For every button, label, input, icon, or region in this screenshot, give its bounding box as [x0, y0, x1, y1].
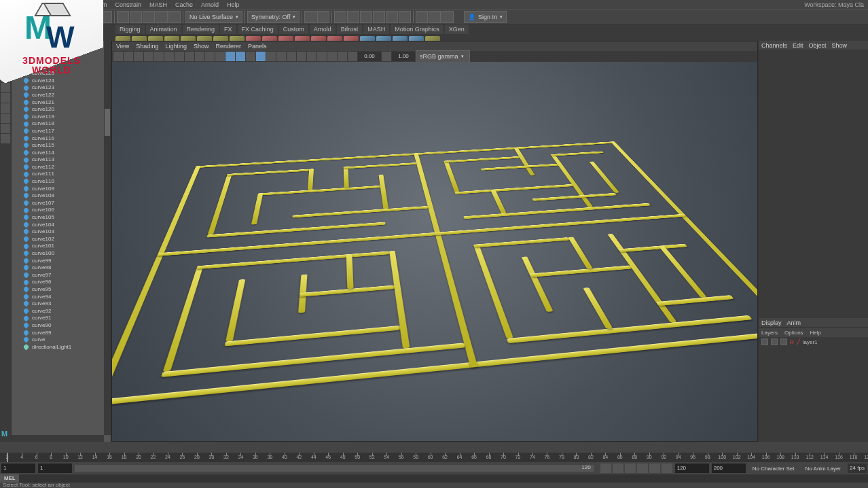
vp-2d-pan-icon[interactable] [154, 52, 164, 61]
vp-xray-joints-icon[interactable] [287, 52, 296, 61]
vp-lights-icon[interactable] [246, 52, 255, 61]
outliner-item[interactable]: curve92 [12, 307, 104, 315]
menu-item[interactable]: Arnold [201, 1, 219, 8]
vp-colorspace-dropdown[interactable]: sRGB gamma [416, 50, 470, 63]
step-forward-icon[interactable] [649, 464, 660, 473]
outliner-item[interactable]: curve104 [12, 221, 104, 228]
vp-menu-item[interactable]: View [116, 43, 129, 50]
range-slider[interactable] [75, 465, 594, 472]
range-start-inner-field[interactable]: 1 [38, 464, 72, 473]
outliner-item[interactable]: curve102 [12, 235, 104, 243]
outliner-item[interactable]: curve97 [12, 271, 104, 279]
layer-visibility-toggle[interactable] [761, 338, 768, 345]
outliner-item[interactable]: curve94 [12, 293, 104, 300]
play-forward-icon[interactable] [637, 464, 648, 473]
shelf-tab[interactable]: FX [220, 24, 236, 34]
shelf-tab[interactable]: XGen [445, 24, 469, 34]
outliner-item[interactable]: curve118 [12, 120, 104, 128]
vp-gate-mask-icon[interactable] [205, 52, 215, 61]
menu-item[interactable]: Help [227, 1, 240, 8]
cbx-tab[interactable]: Object [809, 42, 827, 49]
cbx-tab[interactable]: Show [832, 42, 848, 49]
vp-isolate-icon[interactable] [266, 52, 276, 61]
outliner-item[interactable]: directionalLight1 [12, 343, 104, 351]
vp-menu-item[interactable]: Lighting [165, 43, 187, 50]
outliner-item[interactable]: curve105 [12, 213, 104, 221]
vp-xray-icon[interactable] [276, 52, 286, 61]
layer-menu-item[interactable]: Help [810, 330, 821, 336]
vp-shaded-icon[interactable] [225, 52, 235, 61]
shelf-tab[interactable]: Bifrost [337, 24, 363, 34]
vp-grid-icon[interactable] [175, 52, 184, 61]
range-slider-handle[interactable] [75, 465, 594, 472]
outliner-item[interactable]: curve93 [12, 300, 104, 307]
vp-aa-icon[interactable] [327, 52, 337, 61]
outliner-item[interactable]: curve100 [12, 249, 104, 257]
outliner-item[interactable]: curve107 [12, 199, 104, 207]
character-set-dropdown[interactable]: No Character Set [748, 464, 799, 473]
vp-select-camera-icon[interactable] [113, 52, 123, 61]
vp-menu-item[interactable]: Show [194, 43, 209, 50]
menu-item[interactable]: MASH [149, 1, 167, 8]
cbx-tab[interactable]: Channels [761, 42, 787, 49]
snap-center-icon[interactable] [168, 11, 181, 23]
menu-item[interactable]: Constrain [115, 1, 141, 8]
vp-shadows-icon[interactable] [256, 52, 266, 61]
outliner-item[interactable]: curve90 [12, 321, 104, 329]
outliner-item[interactable]: curve116 [12, 135, 104, 142]
fps-display[interactable]: 24 fps [848, 464, 867, 473]
menu-item[interactable]: Cache [175, 1, 193, 8]
vp-exposure-icon[interactable] [348, 52, 357, 61]
shelf-tab[interactable]: Animation [146, 24, 181, 34]
shelf-tab[interactable]: Custom [279, 24, 308, 34]
vp-textured-icon[interactable] [236, 52, 245, 61]
anim-layer-dropdown[interactable]: No Anim Layer [801, 464, 845, 473]
history-icon[interactable] [317, 11, 329, 23]
outliner-item[interactable]: curve110 [12, 177, 104, 185]
outliner-item[interactable]: curve108 [12, 192, 104, 199]
live-surface-dropdown[interactable]: No Live Surface [185, 11, 242, 23]
layout-icon[interactable] [1, 124, 10, 133]
outliner-item[interactable]: curve91 [12, 315, 104, 322]
vp-menu-item[interactable]: Shading [136, 43, 158, 50]
layout-icon[interactable] [1, 114, 10, 123]
last-tool-icon[interactable] [1, 93, 10, 103]
outliner-item[interactable]: curve103 [12, 228, 104, 235]
range-end-inner-field[interactable]: 120 [675, 464, 709, 473]
outliner-item[interactable]: curve96 [12, 279, 104, 286]
step-back-icon[interactable] [613, 464, 623, 473]
time-slider-ruler[interactable]: 2468101214161820222426283032343638404244… [0, 453, 868, 462]
outliner-item[interactable]: curve113 [12, 156, 104, 164]
goto-start-icon[interactable] [600, 464, 611, 473]
layer-name[interactable]: layer1 [803, 339, 818, 345]
vp-menu-item[interactable]: Renderer [215, 43, 241, 50]
signin-dropdown[interactable]: 👤 Sign In [464, 11, 507, 23]
outliner-item[interactable]: curve119 [12, 113, 104, 120]
shelf-tab[interactable]: Rigging [115, 24, 145, 34]
vp-grease-icon[interactable] [164, 52, 174, 61]
range-start-outer-field[interactable]: 1 [1, 464, 35, 473]
cbx-tab[interactable]: Edit [793, 42, 803, 49]
shelf-tab[interactable]: FX Caching [238, 24, 278, 34]
outliner-item[interactable]: curve101 [12, 243, 104, 250]
vp-ao-icon[interactable] [297, 52, 306, 61]
outliner-item[interactable]: curve117 [12, 127, 104, 135]
layout-icon[interactable] [1, 103, 10, 113]
vp-gamma-icon[interactable] [382, 52, 391, 61]
layer-menu-item[interactable]: Options [784, 330, 803, 336]
vp-image-plane-icon[interactable] [144, 52, 153, 61]
render-view-icon[interactable] [373, 11, 385, 23]
render-icon[interactable] [334, 11, 346, 23]
render-settings-icon[interactable] [360, 11, 372, 23]
outliner-item[interactable]: curve115 [12, 141, 104, 149]
vp-motion-blur-icon[interactable] [307, 52, 317, 61]
vp-dof-icon[interactable] [317, 52, 327, 61]
shelf-tab[interactable]: Arnold [310, 24, 336, 34]
snap-grid-icon[interactable] [117, 11, 129, 23]
playblast-icon[interactable] [416, 11, 428, 23]
vp-film-gate-icon[interactable] [185, 52, 194, 61]
layer-tab[interactable]: Anim [787, 319, 801, 326]
play-reverse-icon[interactable] [625, 464, 636, 473]
command-input[interactable] [19, 474, 868, 483]
viewport-3d-view[interactable] [112, 62, 757, 441]
